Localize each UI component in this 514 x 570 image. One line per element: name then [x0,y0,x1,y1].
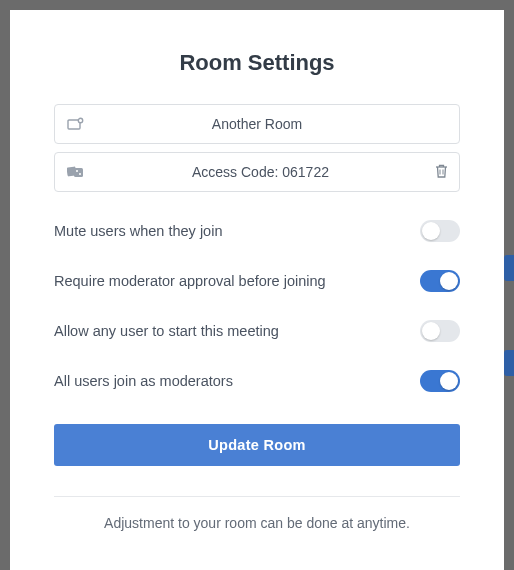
background-element [504,350,514,376]
modal-title: Room Settings [54,50,460,76]
svg-point-5 [79,173,81,175]
moderator-approval-toggle[interactable] [420,270,460,292]
toggle-label: Allow any user to start this meeting [54,323,279,339]
room-name-value: Another Room [87,116,427,132]
trash-icon [434,163,449,182]
footer-note: Adjustment to your room can be done at a… [54,515,460,531]
all-moderators-toggle[interactable] [420,370,460,392]
update-room-button[interactable]: Update Room [54,424,460,466]
room-icon [65,117,87,131]
toggle-row-anystart: Allow any user to start this meeting [54,306,460,356]
toggle-row-approval: Require moderator approval before joinin… [54,256,460,306]
access-code-value: Access Code: 061722 [87,164,434,180]
toggle-row-mute: Mute users when they join [54,206,460,256]
room-settings-modal: Room Settings Another Room Access Code: … [10,10,504,570]
room-name-field[interactable]: Another Room [54,104,460,144]
svg-rect-3 [74,168,83,177]
divider [54,496,460,497]
background-element [504,255,514,281]
any-user-start-toggle[interactable] [420,320,460,342]
clear-access-code-button[interactable] [434,163,449,182]
dice-icon[interactable] [65,164,87,180]
svg-point-4 [76,170,78,172]
svg-point-1 [78,118,82,122]
mute-users-toggle[interactable] [420,220,460,242]
toggle-label: All users join as moderators [54,373,233,389]
toggle-label: Mute users when they join [54,223,222,239]
toggle-row-allmods: All users join as moderators [54,356,460,406]
access-code-field: Access Code: 061722 [54,152,460,192]
toggle-label: Require moderator approval before joinin… [54,273,326,289]
